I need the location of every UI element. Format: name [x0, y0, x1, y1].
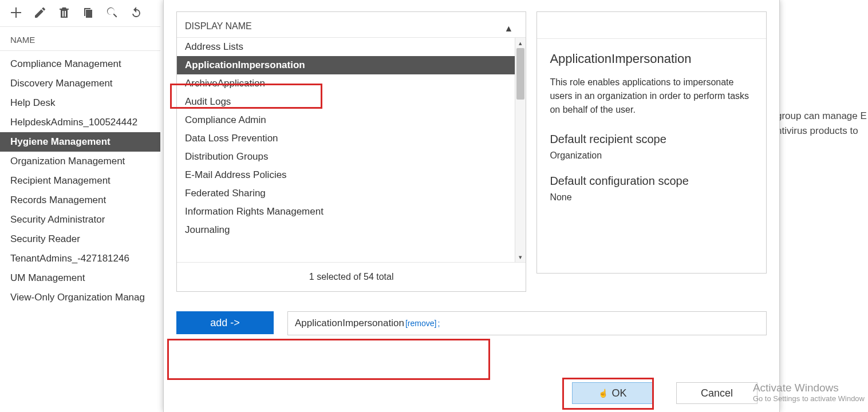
config-scope-value: None: [550, 192, 753, 203]
sidebar-item[interactable]: Help Desk: [0, 93, 160, 113]
scrollbar[interactable]: ▴ ▾: [515, 38, 526, 262]
add-button[interactable]: add ->: [176, 311, 274, 334]
role-list-panel: DISPLAY NAME ▲ Address ListsApplicationI…: [176, 11, 526, 292]
detail-title: ApplicationImpersonation: [550, 52, 753, 66]
add-row: add -> ApplicationImpersonation [remove]…: [176, 311, 767, 335]
list-item[interactable]: E-Mail Address Policies: [177, 166, 526, 184]
recipient-scope-value: Organization: [550, 150, 753, 161]
role-picker-dialog: DISPLAY NAME ▲ Address ListsApplicationI…: [163, 0, 780, 412]
new-icon[interactable]: [9, 6, 23, 22]
sidebar-item[interactable]: Discovery Management: [0, 74, 160, 93]
role-detail-panel: ApplicationImpersonation This role enabl…: [536, 11, 767, 274]
sidebar-item[interactable]: Records Management: [0, 191, 160, 210]
scroll-up-icon[interactable]: ▴: [515, 38, 526, 48]
delete-icon[interactable]: [57, 6, 71, 22]
detail-description: This role enables applications to impers…: [550, 76, 753, 117]
sidebar-item[interactable]: Security Reader: [0, 229, 160, 249]
dialog-buttons: ☝ OK Cancel: [572, 382, 757, 404]
sidebar-column-header[interactable]: NAME: [0, 26, 160, 51]
sidebar-item[interactable]: HelpdeskAdmins_100524442: [0, 113, 160, 132]
list-item[interactable]: Distribution Groups: [177, 148, 526, 166]
windows-activation-watermark: Activate Windows Go to Settings to activ…: [753, 382, 865, 403]
cursor-icon: ☝: [598, 389, 608, 398]
sidebar-item[interactable]: Compliance Management: [0, 54, 160, 74]
edit-icon[interactable]: [33, 6, 47, 22]
sort-ascending-icon[interactable]: ▲: [504, 23, 514, 34]
background-description: group can manage E ntivirus products to: [776, 109, 868, 138]
sidebar-item[interactable]: Organization Management: [0, 152, 160, 171]
sidebar-item[interactable]: Recipient Management: [0, 171, 160, 191]
sidebar-item[interactable]: View-Only Organization Manag: [0, 288, 160, 307]
selection-status: 1 selected of 54 total: [177, 262, 526, 291]
list-item[interactable]: ArchiveApplication: [177, 74, 526, 93]
refresh-icon[interactable]: [129, 6, 143, 22]
sidebar-item[interactable]: Hygiene Management: [0, 132, 160, 152]
scroll-thumb[interactable]: [516, 48, 524, 100]
search-icon[interactable]: [105, 6, 119, 22]
added-item: ApplicationImpersonation: [295, 318, 404, 329]
list-item[interactable]: Compliance Admin: [177, 111, 526, 129]
cancel-button[interactable]: Cancel: [676, 382, 757, 404]
config-scope-label: Default configuration scope: [550, 175, 753, 188]
sidebar-item[interactable]: UM Management: [0, 268, 160, 288]
sidebar-item[interactable]: TenantAdmins_-427181246: [0, 249, 160, 268]
sidebar-list: Compliance ManagementDiscovery Managemen…: [0, 51, 160, 307]
list-column-header[interactable]: DISPLAY NAME ▲: [177, 12, 526, 38]
recipient-scope-label: Default recipient scope: [550, 133, 753, 146]
list-item[interactable]: Address Lists: [177, 38, 526, 56]
sidebar-item[interactable]: Security Administrator: [0, 210, 160, 229]
ok-button[interactable]: ☝ OK: [572, 382, 653, 404]
scroll-down-icon[interactable]: ▾: [515, 252, 526, 262]
list-item[interactable]: Journaling: [177, 221, 526, 239]
added-members-box[interactable]: ApplicationImpersonation [remove] ;: [287, 311, 767, 335]
item-separator: ;: [437, 319, 440, 328]
list-item[interactable]: Data Loss Prevention: [177, 129, 526, 148]
sidebar: NAME Compliance ManagementDiscovery Mana…: [0, 0, 160, 412]
list-item[interactable]: Audit Logs: [177, 93, 526, 111]
remove-link[interactable]: [remove]: [405, 319, 436, 328]
copy-icon[interactable]: [81, 6, 95, 22]
list-item[interactable]: Information Rights Management: [177, 203, 526, 221]
toolbar: [0, 0, 160, 26]
role-list: Address ListsApplicationImpersonationArc…: [177, 38, 526, 262]
list-item[interactable]: Federated Sharing: [177, 184, 526, 203]
list-item[interactable]: ApplicationImpersonation: [177, 56, 526, 74]
